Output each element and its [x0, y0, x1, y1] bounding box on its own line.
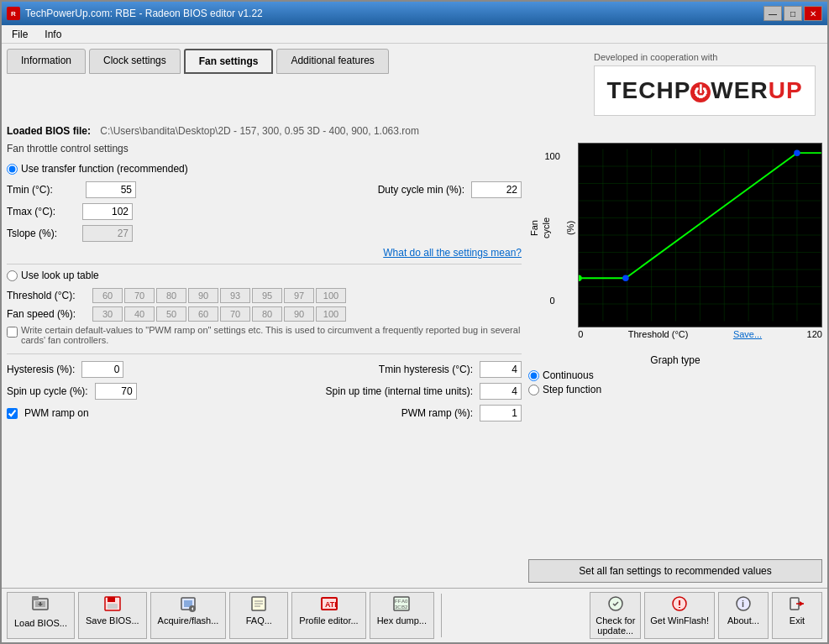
acquire-flash-icon	[179, 595, 197, 614]
hex-dump-button[interactable]: FFA03CB2 Hex dump...	[370, 592, 434, 639]
logo-power: P	[674, 77, 691, 103]
window-controls: — □ ✕	[763, 6, 822, 21]
fanspeed-7[interactable]	[316, 306, 346, 322]
acquire-flash-button[interactable]: Acquire/flash...	[150, 592, 227, 639]
threshold-6[interactable]	[284, 288, 314, 303]
continuous-option[interactable]: Continuous	[528, 369, 822, 381]
tab-bar: Information Clock settings Fan settings …	[7, 49, 587, 74]
fanspeed-5[interactable]	[252, 306, 282, 322]
tmin-hyst-input[interactable]	[480, 361, 522, 378]
title-bar: R TechPowerUp.com: RBE - Radeon BIOS edi…	[2, 2, 827, 25]
fanspeed-2[interactable]	[156, 306, 186, 322]
loaded-bios-label: Loaded BIOS file:	[7, 125, 91, 137]
get-winflash-label: Get WinFlash!	[650, 615, 709, 626]
get-winflash-icon	[670, 595, 689, 614]
maximize-button[interactable]: □	[784, 6, 802, 21]
threshold-1[interactable]	[124, 288, 155, 303]
transfer-function-section: Use transfer function (recommended) Tmin…	[7, 163, 522, 345]
tab-fan-settings[interactable]: Fan settings	[184, 49, 274, 74]
use-lookup-radio-label[interactable]: Use look up table	[7, 270, 522, 281]
tab-information[interactable]: Information	[7, 49, 86, 74]
tmin-input[interactable]	[86, 181, 136, 198]
svg-point-20	[794, 149, 800, 155]
fanspeed-0[interactable]	[92, 306, 123, 322]
graph-area: 100 Fancycle(%) 0	[528, 143, 822, 341]
save-bios-button[interactable]: Save BIOS...	[78, 592, 147, 639]
threshold-5[interactable]	[252, 288, 282, 303]
pwm-ramp-on-pair: PWM ramp on	[7, 407, 89, 419]
y-min-label: 0	[550, 296, 555, 306]
use-lookup-label: Use look up table	[21, 270, 99, 281]
logo-up: UP	[769, 77, 803, 103]
y-axis-label: Fancycle(%)	[528, 217, 576, 238]
exit-button[interactable]: Exit	[772, 592, 822, 639]
threshold-2[interactable]	[156, 288, 186, 303]
graph-save-link[interactable]: Save...	[733, 329, 762, 339]
pwm-ramp-input[interactable]	[480, 405, 522, 421]
about-button[interactable]: i About...	[718, 592, 769, 639]
spin-up-time-input[interactable]	[480, 383, 522, 400]
y-max-label: 100	[544, 151, 559, 161]
hysteresis-input[interactable]	[81, 361, 123, 378]
threshold-4[interactable]	[220, 288, 250, 303]
step-function-option[interactable]: Step function	[528, 384, 822, 395]
app-icon: R	[7, 7, 20, 20]
threshold-7[interactable]	[316, 288, 346, 303]
svg-text:FF: FF	[395, 599, 401, 604]
exit-icon	[788, 595, 806, 614]
tab-additional-features[interactable]: Additional features	[276, 49, 388, 74]
tmax-label: Tmax (°C):	[7, 206, 82, 217]
threshold-3[interactable]	[188, 288, 218, 303]
menu-info[interactable]: Info	[41, 27, 65, 42]
tmin-dutycycle-row: Tmin (°C): Duty cycle min (%):	[7, 181, 522, 198]
recommend-button[interactable]: Set all fan settings to recommended valu…	[528, 559, 822, 583]
loaded-bios-row: Loaded BIOS file: C:\Users\bandita\Deskt…	[7, 123, 822, 139]
svg-point-19	[622, 275, 628, 281]
check-update-button[interactable]: Check for update...	[590, 592, 641, 639]
fanspeed-4[interactable]	[220, 306, 250, 322]
step-function-label: Step function	[543, 384, 601, 395]
tslope-input[interactable]	[82, 225, 133, 242]
load-bios-icon	[31, 595, 50, 616]
tab-clock-settings[interactable]: Clock settings	[89, 49, 181, 74]
left-panel: Fan throttle control settings Use transf…	[7, 143, 522, 583]
profile-editor-button[interactable]: ATI Profile editor...	[291, 592, 365, 639]
duty-cycle-label: Duty cycle min (%):	[378, 184, 464, 196]
svg-text:ATI: ATI	[325, 600, 337, 609]
spin-up-cycle-input[interactable]	[95, 383, 137, 400]
tmin-hyst-label: Tmin hysteresis (°C):	[379, 364, 473, 375]
minimize-button[interactable]: —	[763, 6, 782, 21]
tmax-input[interactable]	[82, 203, 133, 220]
settings-link[interactable]: What do all the settings mean?	[383, 247, 522, 259]
developed-text: Developed in cooperation with	[594, 52, 816, 62]
toolbar-separator	[441, 594, 442, 637]
use-transfer-radio[interactable]	[7, 164, 18, 175]
pwm-ramp-pct-label: PWM ramp (%):	[401, 407, 473, 419]
fanspeed-6[interactable]	[284, 306, 314, 322]
use-lookup-radio[interactable]	[7, 270, 18, 281]
hysteresis-tmin-row: Hysteresis (%): Tmin hysteresis (°C):	[7, 361, 522, 378]
tslope-label: Tslope (%):	[7, 228, 82, 239]
spin-up-cycle-label: Spin up cycle (%):	[7, 385, 88, 397]
close-button[interactable]: ✕	[804, 6, 822, 21]
tmin-field-pair: Tmin (°C):	[7, 181, 136, 198]
use-transfer-radio-label[interactable]: Use transfer function (recommended)	[7, 163, 522, 175]
continuous-radio[interactable]	[528, 370, 539, 381]
faq-label: FAQ...	[246, 615, 272, 626]
load-bios-button[interactable]: Load BIOS...	[7, 592, 75, 639]
svg-text:A0: A0	[401, 599, 408, 604]
faq-button[interactable]: FAQ...	[229, 592, 288, 639]
tmin-hyst-pair: Tmin hysteresis (°C):	[379, 361, 522, 378]
fanspeed-1[interactable]	[124, 306, 155, 322]
menu-file[interactable]: File	[8, 27, 31, 42]
techpowerup-logo: TECHP⏻WERUP	[594, 65, 816, 116]
profile-editor-icon: ATI	[320, 595, 338, 614]
pwm-default-checkbox[interactable]	[7, 327, 18, 338]
threshold-0[interactable]	[92, 288, 123, 303]
fan-speed-row: Fan speed (%):	[7, 306, 522, 322]
pwm-ramp-on-checkbox[interactable]	[7, 408, 18, 419]
fanspeed-3[interactable]	[188, 306, 218, 322]
duty-cycle-input[interactable]	[471, 181, 522, 198]
step-function-radio[interactable]	[528, 385, 539, 395]
get-winflash-button[interactable]: Get WinFlash!	[644, 592, 715, 639]
